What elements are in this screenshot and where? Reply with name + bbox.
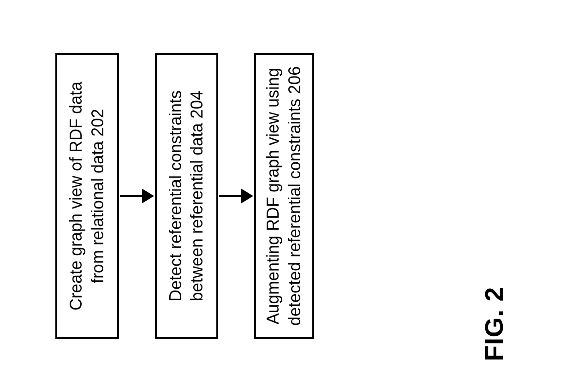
flowchart: Create graph view of RDF data from relat… (55, 14, 314, 378)
flow-step-206: Augmenting RDF graph view using detected… (254, 53, 314, 339)
arrow-down-icon (218, 189, 254, 203)
flow-step-204: Detect referential constraints between r… (155, 53, 219, 339)
figure-label: FIG. 2 (479, 287, 509, 362)
arrow-down-icon (119, 189, 155, 203)
flow-step-202: Create graph view of RDF data from relat… (55, 53, 119, 339)
